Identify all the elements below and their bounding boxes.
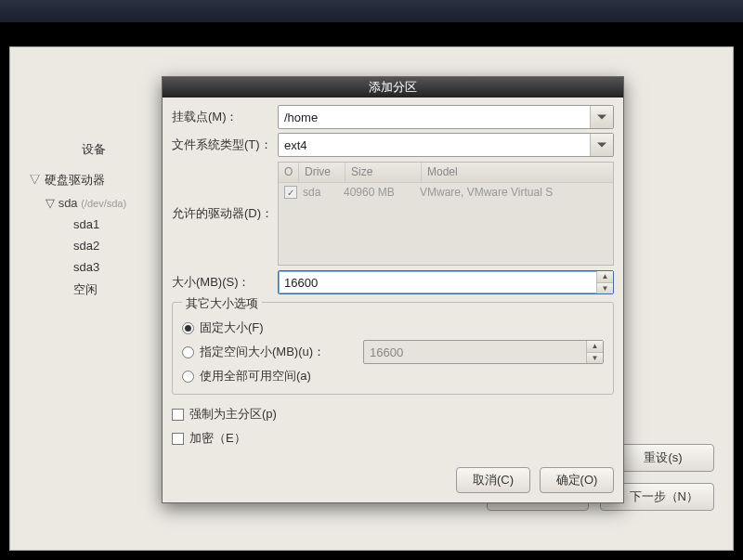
add-partition-dialog: 添加分区 挂载点(M)： /home 文件系统类型(T)： ext4 允许的驱动… — [162, 76, 624, 503]
reset-button[interactable]: 重设(s) — [612, 444, 714, 472]
chevron-down-icon — [597, 115, 606, 120]
table-header: O Drive Size Model — [279, 163, 613, 183]
fstype-combo[interactable]: ext4 — [278, 133, 614, 157]
tree-item-sda3[interactable]: sda34 — [29, 256, 177, 278]
radio-fill-all[interactable]: 使用全部可用空间(a) — [182, 364, 604, 388]
radio-fixed-size[interactable]: 固定大小(F) — [182, 316, 604, 340]
tree-item-free[interactable]: 空闲1 — [29, 278, 177, 302]
radio-icon — [182, 346, 194, 358]
mount-point-label: 挂载点(M)： — [172, 109, 274, 125]
desktop-top-bar — [0, 0, 743, 22]
tree-item-sda1[interactable]: sda1 — [29, 214, 177, 235]
spin-buttons[interactable]: ▲ ▼ — [596, 271, 613, 293]
allowed-drives-label: 允许的驱动器(D)： — [172, 205, 274, 222]
mount-point-combo[interactable]: /home — [278, 105, 614, 129]
size-options-group: 其它大小选项 固定大小(F) 指定空间大小(MB)(u)： 16600 ▲▼ — [172, 302, 614, 395]
tree-sda-devpath: (/dev/sda) — [81, 198, 126, 209]
size-spinbox[interactable]: 16600 ▲ ▼ — [278, 270, 614, 294]
checkbox-icon — [172, 409, 184, 421]
checkbox-icon — [172, 433, 184, 445]
size-label: 大小(MB)(S)： — [172, 274, 274, 291]
device-tree[interactable]: 硬盘驱动器 sda (/dev/sda) sda1 sda22 sda34 空闲… — [29, 168, 177, 302]
force-primary-checkbox[interactable]: 强制为主分区(p) — [172, 402, 614, 426]
upto-spinbox: 16600 ▲▼ — [363, 340, 604, 364]
tree-item-sda2[interactable]: sda22 — [29, 235, 177, 256]
size-options-legend: 其它大小选项 — [182, 295, 262, 312]
dialog-titlebar[interactable]: 添加分区 — [163, 77, 623, 98]
tree-root-harddrives[interactable]: 硬盘驱动器 — [29, 168, 177, 192]
spin-up-icon: ▲ — [597, 271, 613, 283]
radio-icon — [182, 371, 194, 383]
tree-item-sda[interactable]: sda (/dev/sda) — [29, 192, 177, 214]
tree-sda-label: sda — [59, 196, 78, 210]
fstype-label: 文件系统类型(T)： — [172, 137, 274, 153]
ok-button[interactable]: 确定(O) — [540, 467, 614, 493]
encrypt-checkbox[interactable]: 加密（E） — [172, 426, 614, 450]
chevron-down-icon — [597, 143, 606, 148]
cancel-button[interactable]: 取消(C) — [456, 467, 530, 493]
table-row[interactable]: ✓ sda 40960 MB VMware, VMware Virtual S — [279, 183, 613, 202]
radio-icon — [182, 322, 194, 334]
allowed-drives-table[interactable]: O Drive Size Model ✓ sda 40960 MB VMware… — [278, 162, 614, 266]
device-column-header: 设备 — [33, 138, 154, 161]
drive-checkbox[interactable]: ✓ — [284, 186, 297, 199]
spin-down-icon: ▼ — [597, 283, 613, 294]
dialog-footer: 取消(C) 确定(O) — [163, 458, 623, 502]
radio-fill-up-to[interactable]: 指定空间大小(MB)(u)： 16600 ▲▼ — [182, 340, 604, 364]
